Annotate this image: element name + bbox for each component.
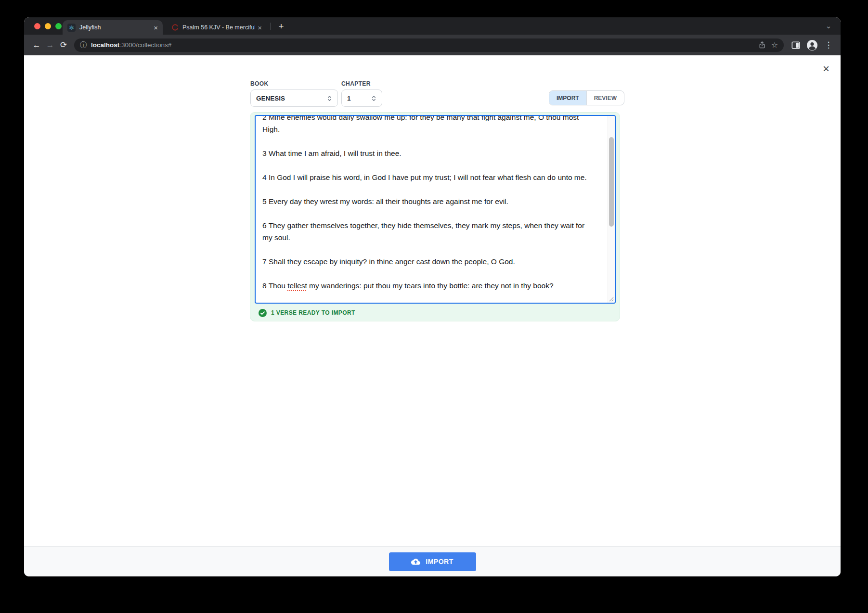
verse-line: 2 Mine enemies would daily swallow me up… xyxy=(262,116,595,135)
tab-psalm[interactable]: Psalm 56 KJV - Be merciful unt × xyxy=(167,20,267,35)
tab-search-chevron-icon[interactable]: ⌄ xyxy=(822,20,835,32)
reload-icon[interactable]: ⟳ xyxy=(57,38,70,52)
cloud-upload-icon xyxy=(411,557,420,566)
page-content: × BOOK CHAPTER GENESIS 1 IMPORT REVIEW 2… xyxy=(24,55,841,546)
resize-handle-icon[interactable] xyxy=(608,296,614,302)
verses-textarea[interactable]: 2 Mine enemies would daily swallow me up… xyxy=(255,115,616,304)
import-status: 1 VERSE READY TO IMPORT xyxy=(259,305,355,320)
tab-separator xyxy=(271,23,271,30)
tab-review[interactable]: REVIEW xyxy=(586,91,624,105)
tab-title: Psalm 56 KJV - Be merciful unt xyxy=(182,24,255,31)
side-panel-icon[interactable] xyxy=(790,39,802,51)
forward-icon[interactable]: → xyxy=(43,38,57,52)
bookmark-star-icon[interactable]: ☆ xyxy=(768,39,781,51)
browser-menu-icon[interactable]: ⋮ xyxy=(822,39,835,51)
textarea-scrollbar[interactable] xyxy=(608,116,615,303)
book-label: BOOK xyxy=(250,80,269,87)
chapter-select-value: 1 xyxy=(347,95,351,102)
import-button[interactable]: IMPORT xyxy=(389,552,476,571)
close-window-button[interactable] xyxy=(34,23,40,29)
verse-line: 6 They gather themselves together, they … xyxy=(262,219,595,243)
url-host: localhost xyxy=(91,41,119,49)
page-footer: IMPORT xyxy=(24,546,841,576)
tab-strip: ⚛ Jellyfish × Psalm 56 KJV - Be merciful… xyxy=(24,17,841,35)
browser-toolbar: ← → ⟳ ⓘ localhost :3000/collections# ☆ xyxy=(24,35,841,55)
tab-close-icon[interactable]: × xyxy=(154,24,158,32)
verse-line: 5 Every day they wrest my words: all the… xyxy=(262,195,595,207)
browser-window: ⚛ Jellyfish × Psalm 56 KJV - Be merciful… xyxy=(24,17,841,576)
verses-text: 2 Mine enemies would daily swallow me up… xyxy=(256,116,607,302)
misspelled-word: tellest xyxy=(287,281,307,290)
chapter-select[interactable]: 1 xyxy=(341,89,382,107)
tab-jellyfish[interactable]: ⚛ Jellyfish × xyxy=(63,20,163,35)
tab-import[interactable]: IMPORT xyxy=(549,91,586,105)
back-icon[interactable]: ← xyxy=(30,38,43,52)
scrollbar-thumb[interactable] xyxy=(609,137,614,227)
new-tab-button[interactable]: + xyxy=(274,20,288,33)
url-path: :3000/collections# xyxy=(119,41,171,49)
chapter-label: CHAPTER xyxy=(341,80,371,87)
tab-title: Jellyfish xyxy=(79,24,151,31)
minimize-window-button[interactable] xyxy=(45,23,51,29)
book-select-value: GENESIS xyxy=(256,95,285,102)
verse-line: 7 Shall they escape by iniquity? in thin… xyxy=(262,255,595,268)
check-circle-icon xyxy=(259,309,267,317)
share-icon[interactable] xyxy=(756,39,768,51)
close-icon[interactable]: × xyxy=(819,62,833,76)
address-bar[interactable]: ⓘ localhost :3000/collections# ☆ xyxy=(74,38,784,52)
mode-toggle: IMPORT REVIEW xyxy=(549,90,624,105)
import-button-label: IMPORT xyxy=(426,558,453,565)
profile-avatar[interactable] xyxy=(806,39,818,51)
zoom-window-button[interactable] xyxy=(55,23,62,29)
select-stepper-icon xyxy=(327,95,332,102)
book-select[interactable]: GENESIS xyxy=(250,89,338,107)
tab-close-icon[interactable]: × xyxy=(258,24,262,32)
import-panel: 2 Mine enemies would daily swallow me up… xyxy=(250,112,620,321)
status-text: 1 VERSE READY TO IMPORT xyxy=(271,309,355,316)
verse-line: 3 What time I am afraid, I will trust in… xyxy=(262,147,595,159)
traffic-lights xyxy=(34,23,62,29)
react-atom-icon: ⚛ xyxy=(67,24,76,32)
site-info-icon[interactable]: ⓘ xyxy=(80,41,87,50)
biblegateway-icon xyxy=(171,24,179,31)
verse-line: 4 In God I will praise his word, in God … xyxy=(262,171,595,183)
verse-line: 8 Thou tellest my wanderings: put thou m… xyxy=(262,280,595,292)
select-stepper-icon xyxy=(371,95,376,102)
